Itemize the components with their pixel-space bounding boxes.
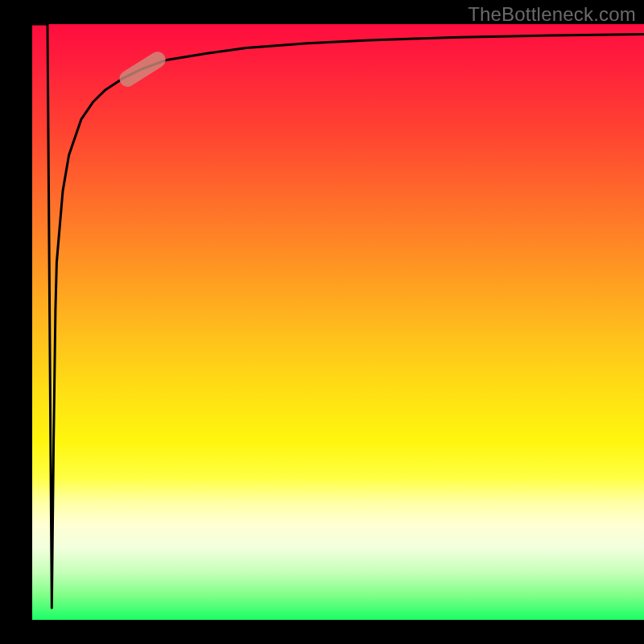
watermark-text: TheBottleneck.com xyxy=(468,3,636,26)
plot-area xyxy=(32,24,644,620)
chart-container: TheBottleneck.com xyxy=(0,0,644,644)
curve-svg xyxy=(32,24,644,620)
bottleneck-curve xyxy=(32,24,644,608)
